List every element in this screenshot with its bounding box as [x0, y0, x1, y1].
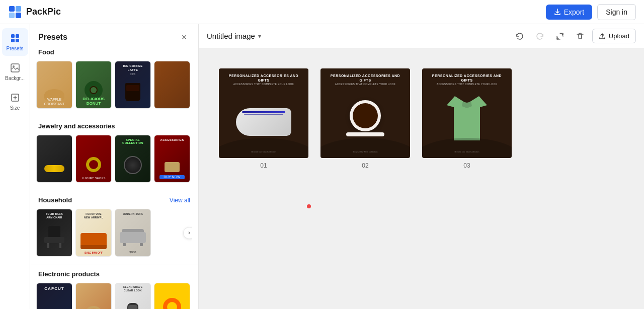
canvas-title-area: Untitled image ▾: [207, 32, 261, 40]
card-02-top-text: Personalized Accessories And Gifts: [326, 73, 405, 83]
svg-rect-6: [11, 39, 15, 42]
jew-4-label: ACCESSORIES: [154, 138, 190, 141]
canvas-area: Untitled image ▾: [199, 24, 644, 309]
food-1-label: WAFFLECROISSANT: [37, 98, 72, 106]
packpic-logo-icon: [8, 5, 22, 19]
card-03-top-text: Personalized Accessories And Gifts: [427, 73, 507, 83]
coffee-sm-shape: [125, 83, 140, 101]
undo-icon: [515, 32, 524, 41]
canvas-actions: Upload: [512, 28, 636, 44]
preset-thumb-elec-4[interactable]: [154, 283, 190, 309]
app-logo-text: PackPic: [26, 7, 61, 17]
red-dot-indicator: [307, 204, 311, 208]
export-button[interactable]: Export: [546, 5, 592, 20]
canvas-card-01[interactable]: Personalized Accessories And Gifts Acces…: [219, 68, 308, 169]
preset-thumb-food-4[interactable]: [154, 61, 190, 109]
canvas-content: Personalized Accessories And Gifts Acces…: [199, 48, 644, 309]
electronics-section-title: Electronic products: [38, 270, 100, 278]
electronics-section: Electronic products CAPCUT: [30, 270, 198, 309]
electronics-section-header: Electronic products: [36, 270, 192, 278]
food-section-header: Food: [36, 48, 192, 56]
elec-1-label: CAPCUT: [37, 286, 72, 291]
signin-button[interactable]: Sign in: [597, 4, 636, 20]
jew-4-buy: BUY NOW: [159, 175, 185, 179]
redo-icon: [535, 32, 544, 41]
svg-rect-5: [16, 34, 19, 38]
svg-rect-0: [9, 6, 15, 12]
headphone-shape: [85, 306, 102, 309]
close-panel-button[interactable]: ×: [178, 31, 190, 43]
canvas-card-03[interactable]: Personalized Accessories And Gifts Acces…: [422, 68, 512, 169]
size-icon: [9, 92, 21, 104]
preset-thumb-jew-2[interactable]: LUXURY SHOES: [75, 135, 112, 183]
jewelry-section-title: Jewelry and accessories: [38, 122, 115, 130]
house-2-label: FURNITURENEW ARRIVAL: [76, 212, 111, 219]
preset-thumb-food-2[interactable]: DELICIOUSDONUT: [75, 61, 112, 109]
card-03-number: 03: [463, 162, 470, 169]
presets-panel: Presets × Food WAFFLECROISSANT: [30, 24, 199, 309]
house-1-label: Solid BackArm Chair: [37, 212, 72, 219]
food-3-label: Ice CoffeeLatte30%: [115, 64, 150, 76]
preset-thumb-jew-3[interactable]: SPECIALCOLLECTION: [115, 135, 151, 183]
chair-shape: [44, 226, 64, 248]
preset-thumb-house-3[interactable]: Modern Sofa $900: [115, 209, 151, 257]
rotate-icon: [555, 32, 565, 41]
preset-thumb-elec-2[interactable]: [75, 283, 112, 309]
food-2-label: DELICIOUSDONUT: [76, 97, 111, 106]
card-01-top-text: Personalized Accessories And Gifts: [224, 73, 303, 83]
electronics-preset-grid: CAPCUT: [36, 283, 192, 309]
delete-icon: [576, 32, 585, 41]
canvas-title-dropdown-icon[interactable]: ▾: [258, 33, 261, 40]
presets-icon: [9, 32, 21, 44]
canvas-card-img-02: Personalized Accessories And Gifts Acces…: [320, 68, 410, 158]
preset-thumb-food-3[interactable]: Ice CoffeeLatte30%: [115, 61, 151, 109]
household-preset-grid: Solid BackArm Chair FURNITURENEW ARRIVAL: [36, 209, 192, 257]
jew-3-label: SPECIALCOLLECTION: [115, 138, 150, 144]
svg-rect-8: [11, 64, 19, 72]
preset-thumb-house-1[interactable]: Solid BackArm Chair: [36, 209, 72, 257]
delete-button[interactable]: [572, 28, 588, 44]
sidebar-size-label: Size: [10, 105, 20, 111]
ring-shape: [86, 157, 101, 172]
sidebar-item-presets[interactable]: Presets: [2, 28, 28, 56]
preset-thumb-jew-1[interactable]: [36, 135, 72, 183]
upload-button[interactable]: Upload: [592, 29, 636, 43]
panel-header: Presets ×: [30, 24, 198, 48]
redo-button[interactable]: [532, 28, 548, 44]
sidebar-item-size[interactable]: Size: [2, 88, 28, 115]
bracelet-shape: [44, 165, 64, 172]
food-section-title: Food: [38, 48, 54, 56]
topbar-right: Export Sign in: [546, 4, 636, 20]
svg-rect-4: [11, 34, 15, 38]
undo-button[interactable]: [512, 28, 528, 44]
sidebar-backgrounds-label: Backgr...: [5, 75, 25, 82]
jewelry-preset-grid: LUXURY SHOES SPECIALCOLLECTION ACCESSORI…: [36, 135, 192, 183]
svg-rect-2: [9, 13, 15, 18]
household-section: Household View all Solid BackArm Chair: [30, 196, 198, 264]
preset-thumb-house-2[interactable]: FURNITURENEW ARRIVAL SALE 80% OFF: [75, 209, 112, 257]
food-section: Food WAFFLECROISSANT DELICIOUSDONUT: [30, 48, 198, 116]
sidebar-presets-label: Presets: [7, 46, 24, 52]
household-scroll-right-button[interactable]: ›: [183, 227, 192, 239]
canvas-card-02[interactable]: Personalized Accessories And Gifts Acces…: [320, 68, 410, 169]
preset-thumb-elec-3[interactable]: CLEAR SHAVECLEAR LOOK: [115, 283, 151, 309]
household-view-all-button[interactable]: View all: [170, 197, 190, 204]
svg-rect-3: [16, 13, 21, 18]
sidebar-item-backgrounds[interactable]: Backgr...: [2, 58, 28, 86]
preset-thumb-jew-4[interactable]: ACCESSORIES BUY NOW: [154, 135, 190, 183]
icon-sidebar: Presets Backgr... Size: [0, 24, 30, 309]
food-preset-grid: WAFFLECROISSANT DELICIOUSDONUT Ice Coffe…: [36, 61, 192, 109]
backgrounds-icon: [9, 62, 21, 74]
jewelry-section-header: Jewelry and accessories: [36, 122, 192, 130]
preset-thumb-food-1[interactable]: WAFFLECROISSANT: [36, 61, 72, 109]
upload-icon: [599, 33, 606, 40]
svg-rect-1: [16, 6, 21, 12]
house-3-price: $900: [115, 251, 150, 254]
card-01-number: 01: [260, 162, 267, 169]
rotate-button[interactable]: [552, 28, 568, 44]
preset-thumb-elec-1[interactable]: CAPCUT: [36, 283, 72, 309]
house-2-sale: SALE 80% OFF: [76, 251, 111, 254]
jewelry-section: Jewelry and accessories LUXURY SHOES: [30, 122, 198, 190]
export-icon: [554, 9, 561, 16]
jew-2-label: LUXURY SHOES: [76, 177, 111, 180]
